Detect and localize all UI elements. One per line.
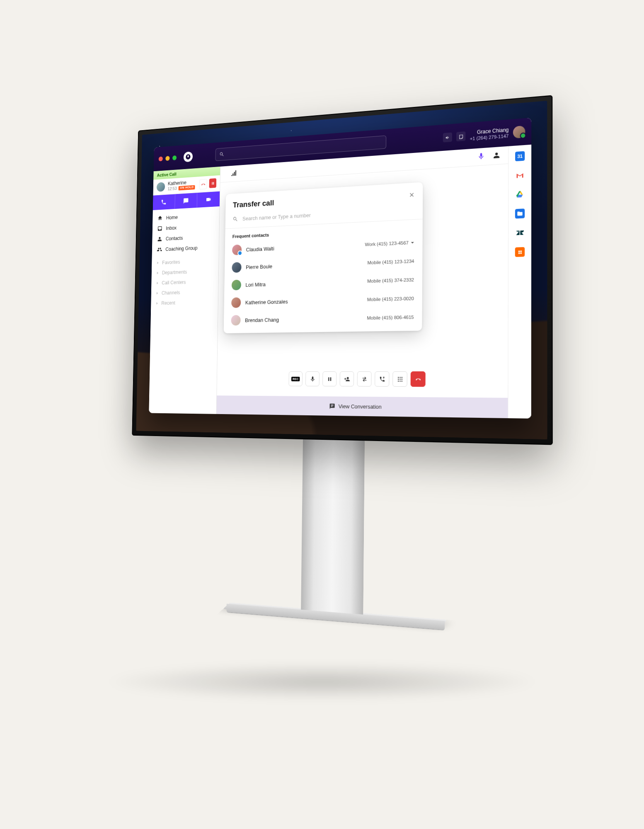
contact-phone-label: Mobile (415) 123-1234 xyxy=(368,259,414,265)
chevron-down-icon xyxy=(411,240,414,245)
contact-phone[interactable]: Mobile (415) 806-4615 xyxy=(367,315,414,320)
inbox-icon xyxy=(157,225,162,232)
user-phone: +1 (264) 279-1147 xyxy=(470,133,509,141)
app-body: Active Call Katherine 12:53 ON HOLD xyxy=(149,145,531,419)
hangup-icon xyxy=(201,182,205,187)
message-icon xyxy=(183,198,189,204)
window-close-dot[interactable] xyxy=(159,156,163,161)
contact-phone[interactable]: Mobile (415) 223-0020 xyxy=(367,296,414,302)
phone-icon xyxy=(161,199,167,206)
window-zoom-dot[interactable] xyxy=(172,155,177,160)
contact-phone-label: Mobile (415) 806-4615 xyxy=(367,315,414,320)
account-button[interactable] xyxy=(493,151,501,160)
contact-list: Claudia WaltiWork (415) 123-4567Pierre B… xyxy=(224,233,423,330)
zendesk-integration[interactable] xyxy=(515,228,525,238)
zendesk-icon xyxy=(516,228,524,238)
floor-shadow xyxy=(102,663,542,701)
drive-integration[interactable] xyxy=(515,189,525,199)
view-conversation-label: View Conversation xyxy=(339,403,382,410)
nav-label: Contacts xyxy=(166,235,183,241)
transfer-icon xyxy=(361,376,368,382)
chevron-right-icon xyxy=(156,271,159,275)
contact-phone[interactable]: Work (415) 123-4567 xyxy=(365,240,414,247)
section-recent[interactable]: Recent xyxy=(151,297,218,309)
hold-mini-button[interactable] xyxy=(209,178,217,188)
transfer-modal: Transfer call Frequent contacts xyxy=(224,182,423,333)
sidebar: Active Call Katherine 12:53 ON HOLD xyxy=(149,167,220,414)
section-label: Channels xyxy=(162,290,180,296)
app-window: Grace Chiang +1 (264) 279-1147 Active Ca… xyxy=(149,118,531,419)
gmail-integration[interactable] xyxy=(515,170,525,180)
megaphone-icon xyxy=(445,134,450,140)
window-minimize-dot[interactable] xyxy=(165,156,169,161)
dialpad-icon xyxy=(397,376,403,382)
contact-name: Pierre Boule xyxy=(246,260,363,270)
calendar-day: 31 xyxy=(517,153,523,159)
user-name: Grace Chiang xyxy=(470,127,509,136)
monitor-stand-neck xyxy=(301,439,365,617)
chevron-right-icon xyxy=(156,281,159,285)
chevron-right-icon xyxy=(156,302,159,305)
app-logo xyxy=(184,151,193,162)
voice-assistant-button[interactable] xyxy=(477,152,485,162)
current-user[interactable]: Grace Chiang +1 (264) 279-1147 xyxy=(470,127,509,141)
chat-icon xyxy=(329,403,335,409)
quick-message-button[interactable] xyxy=(174,193,197,209)
announce-button[interactable] xyxy=(443,132,452,142)
calendar-integration[interactable]: 31 xyxy=(515,151,525,162)
primary-nav: Home Inbox Contacts xyxy=(151,206,220,312)
contact-avatar xyxy=(231,297,241,308)
add-participant-button[interactable] xyxy=(340,371,354,387)
contact-avatar xyxy=(232,245,242,255)
person-icon xyxy=(157,236,162,242)
quick-video-button[interactable] xyxy=(197,191,220,208)
presence-dot xyxy=(520,132,526,139)
video-icon xyxy=(206,196,211,203)
quick-call-button[interactable] xyxy=(153,194,175,210)
chevron-right-icon xyxy=(156,292,159,295)
contact-phone[interactable]: Mobile (415) 374-2332 xyxy=(367,277,414,284)
notes-button[interactable] xyxy=(456,131,465,141)
user-avatar[interactable] xyxy=(513,126,525,138)
contact-row[interactable]: Brendan ChangMobile (415) 806-4615 xyxy=(224,308,422,329)
home-icon xyxy=(157,215,163,221)
person-add-icon xyxy=(344,376,350,382)
end-call-button[interactable] xyxy=(411,371,426,387)
titlebar-right: Grace Chiang +1 (264) 279-1147 xyxy=(443,118,525,151)
section-label: Favorites xyxy=(162,259,180,266)
modal-close-button[interactable] xyxy=(409,191,415,199)
contact-name: Brendan Chang xyxy=(245,315,362,323)
contact-phone-label: Work (415) 123-4567 xyxy=(365,240,408,247)
contact-phone-label: Mobile (415) 223-0020 xyxy=(367,296,414,302)
contact-avatar xyxy=(232,280,241,291)
gmail-icon xyxy=(516,171,524,180)
drive-icon xyxy=(516,190,524,199)
contact-phone[interactable]: Mobile (415) 123-1234 xyxy=(368,259,414,265)
desktop-screen: Grace Chiang +1 (264) 279-1147 Active Ca… xyxy=(136,101,547,439)
integrations-rail: 31 xyxy=(508,145,531,419)
app-icon xyxy=(517,249,523,255)
rec-badge: REC xyxy=(291,376,300,381)
main-area: Transfer call Frequent contacts xyxy=(216,146,508,418)
app-integration[interactable] xyxy=(515,247,525,257)
mute-button[interactable] xyxy=(305,371,320,386)
caller-avatar xyxy=(157,182,165,192)
on-hold-badge: ON HOLD xyxy=(179,185,195,191)
signal-icon xyxy=(230,169,237,178)
hold-button[interactable] xyxy=(322,371,337,386)
hangup-mini-button[interactable] xyxy=(199,179,207,189)
chevron-right-icon xyxy=(157,261,160,264)
dialpad-button[interactable] xyxy=(392,371,407,387)
nav-label: Coaching Group xyxy=(165,245,197,252)
caller-info: Katherine 12:53 ON HOLD xyxy=(168,180,197,191)
record-button[interactable]: REC xyxy=(288,371,303,386)
contact-name: Lori Mitra xyxy=(245,278,362,288)
note-icon xyxy=(458,133,464,139)
search-icon xyxy=(232,216,238,222)
transfer-button[interactable] xyxy=(357,371,372,387)
park-button[interactable] xyxy=(375,371,389,387)
logo-icon xyxy=(185,153,191,160)
contact-name: Katherine Gonzales xyxy=(245,296,363,305)
window-traffic-lights xyxy=(159,155,177,161)
nav-label: Home xyxy=(166,214,178,221)
